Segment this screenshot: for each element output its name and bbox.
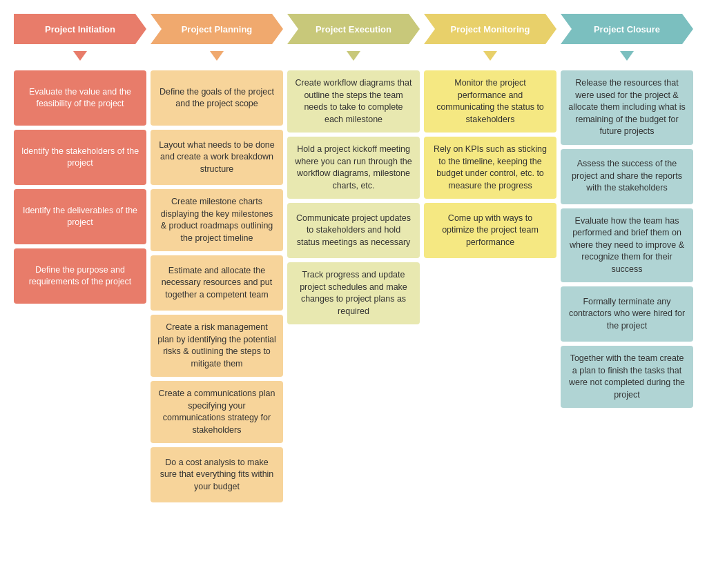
arrows-row [14,51,693,61]
phase-header-initiation: Project Initiation [14,14,146,44]
card-monitoring-1: Monitor the project performance and comm… [424,70,556,133]
phase-header-execution: Project Execution [287,14,420,44]
card-planning-3: Create milestone charts displaying the k… [151,189,283,251]
phase-header-closure: Project Closure [561,14,693,44]
card-planning-1: Define the goals of the project and the … [151,70,283,126]
columns: Evaluate the value and the feasibility o… [14,70,693,502]
project-management-board: Project Initiation Project Planning Proj… [14,14,693,502]
column-initiation: Evaluate the value and the feasibility o… [14,70,146,304]
arrow-monitoring [424,51,556,61]
card-initiation-3: Identify the deliverables of the project [14,189,146,244]
card-monitoring-2: Rely on KPIs such as sticking to the tim… [424,137,556,199]
card-planning-5: Create a risk management plan by identif… [151,315,283,377]
column-monitoring: Monitor the project performance and comm… [424,70,556,258]
card-execution-4: Track progress and update project schedu… [287,262,420,324]
phase-header-monitoring: Project Monitoring [424,14,556,44]
arrow-planning [151,51,283,61]
card-execution-2: Hold a project kickoff meeting where you… [287,137,420,199]
column-planning: Define the goals of the project and the … [151,70,283,502]
card-initiation-2: Identify the stakeholders of the project [14,130,146,185]
arrow-execution [287,51,420,61]
phase-headers: Project Initiation Project Planning Proj… [14,14,693,44]
column-execution: Create workflow diagrams that outline th… [287,70,420,324]
column-closure: Release the resources that were used for… [561,70,693,408]
card-execution-1: Create workflow diagrams that outline th… [287,70,420,133]
card-planning-6: Create a communications plan specifying … [151,381,283,443]
arrow-initiation [14,51,146,61]
card-closure-4: Formally terminate any contractors who w… [561,286,693,342]
arrow-closure [561,51,693,61]
card-closure-3: Evaluate how the team has performed and … [561,208,693,283]
card-closure-2: Assess the success of the project and sh… [561,149,693,204]
phase-header-planning: Project Planning [151,14,283,44]
card-planning-7: Do a cost analysis to make sure that eve… [151,447,283,502]
card-initiation-1: Evaluate the value and the feasibility o… [14,70,146,126]
card-execution-3: Communicate project updates to stakehold… [287,203,420,258]
card-planning-4: Estimate and allocate the necessary reso… [151,255,283,311]
card-closure-5: Together with the team create a plan to … [561,346,693,408]
card-closure-1: Release the resources that were used for… [561,70,693,145]
card-monitoring-3: Come up with ways to optimize the projec… [424,203,556,258]
card-initiation-4: Define the purpose and requirements of t… [14,248,146,304]
card-planning-2: Layout what needs to be done and create … [151,130,283,185]
